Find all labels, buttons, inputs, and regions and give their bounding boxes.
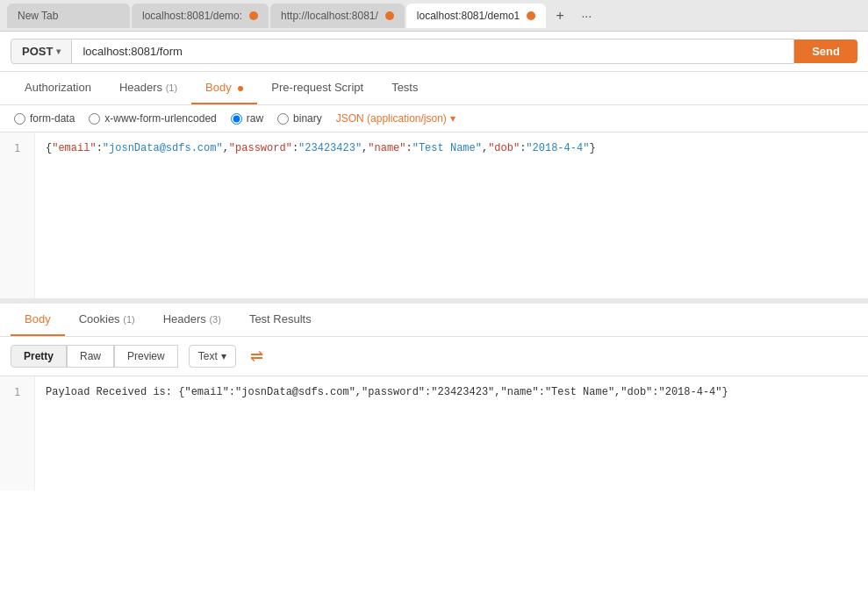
json-key-dob: "dob" [488, 140, 520, 157]
browser-tabs: New Tab localhost:8081/demo: http://loca… [0, 0, 868, 32]
json-colon: : [97, 140, 103, 157]
raw-label: raw [247, 112, 263, 125]
json-colon-2: : [292, 140, 298, 157]
tab-tests[interactable]: Tests [377, 72, 432, 104]
tab-authorization[interactable]: Authorization [11, 72, 105, 104]
url-input[interactable] [72, 39, 794, 64]
json-comma-3: , [482, 140, 488, 157]
resp-code-line-1: Payload Received is: {"email":"josnData@… [46, 383, 857, 401]
tab-loading-dot [249, 11, 258, 20]
body-active-dot [238, 86, 243, 91]
method-selector[interactable]: POST ▾ [11, 39, 72, 64]
urlencoded-label: x-www-form-urlencoded [104, 112, 216, 125]
resp-tab-test-results[interactable]: Test Results [235, 304, 326, 336]
response-code-content[interactable]: Payload Received is: {"email":"josnData@… [35, 376, 868, 490]
resp-tab-body-label: Body [25, 312, 51, 326]
tab-label: localhost:8081/demo: [142, 10, 242, 22]
form-data-label: form-data [30, 112, 75, 125]
json-colon-3: : [406, 140, 412, 157]
raw-view-button[interactable]: Raw [67, 345, 114, 368]
preview-view-button[interactable]: Preview [114, 345, 178, 368]
request-tabs: Authorization Headers (1) Body Pre-reque… [0, 72, 868, 105]
json-format-selector[interactable]: JSON (application/json) ▾ [336, 112, 456, 125]
json-comma-2: , [362, 140, 368, 157]
tab-loading-dot [527, 11, 535, 20]
json-close-brace: } [589, 140, 595, 157]
binary-option[interactable]: binary [277, 112, 322, 125]
method-label: POST [22, 45, 53, 58]
line-number: 1 [0, 140, 34, 157]
binary-label: binary [293, 112, 322, 125]
tab-headers[interactable]: Headers (1) [105, 72, 191, 104]
resp-code-text: Payload Received is: {"email":"josnData@… [46, 383, 728, 401]
json-format-label: JSON (application/json) [336, 112, 447, 125]
method-chevron-icon: ▾ [56, 47, 61, 56]
tab-active[interactable]: localhost:8081/demo1 [406, 4, 546, 28]
json-open-brace: { [46, 140, 52, 157]
json-key-email: "email" [52, 140, 96, 157]
tab-pre-request-script[interactable]: Pre-request Script [257, 72, 377, 104]
tab-body[interactable]: Body [191, 72, 257, 104]
tab-menu-button[interactable]: ··· [574, 4, 599, 28]
tab-label: Pre-request Script [271, 81, 363, 94]
cookies-badge: (1) [123, 314, 134, 325]
response-code-area: 1 Payload Received is: {"email":"josnDat… [0, 376, 868, 490]
resp-line-numbers: 1 [0, 376, 35, 490]
json-value-dob: "2018-4-4" [526, 140, 589, 157]
request-code-content[interactable]: {"email":"josnData@sdfs.com","password":… [35, 132, 868, 298]
json-comma-1: , [223, 140, 229, 157]
response-section: Body Cookies (1) Headers (3) Test Result… [0, 304, 868, 490]
tab-new-tab[interactable]: New Tab [7, 4, 130, 28]
json-colon-4: : [520, 140, 526, 157]
resp-tab-body[interactable]: Body [11, 304, 65, 336]
urlencoded-radio[interactable] [89, 113, 100, 125]
code-line-1: {"email":"josnData@sdfs.com","password":… [46, 140, 857, 157]
resp-tab-headers[interactable]: Headers (3) [149, 304, 235, 336]
raw-option[interactable]: raw [231, 112, 263, 125]
json-key-name: "name" [368, 140, 405, 157]
headers-badge: (1) [166, 82, 177, 93]
pretty-view-button[interactable]: Pretty [11, 345, 67, 368]
tab-label: Body [205, 81, 232, 94]
tab-localhost-demo1[interactable]: localhost:8081/demo: [132, 4, 269, 28]
resp-headers-badge: (3) [209, 314, 220, 325]
new-tab-button[interactable]: + [548, 4, 572, 28]
request-code-area: 1 {"email":"josnData@sdfs.com","password… [0, 132, 868, 304]
wrap-icon: ⇌ [250, 347, 263, 365]
tab-loading-dot [385, 11, 394, 20]
json-value-password: "23423423" [298, 140, 362, 157]
tab-label: http://localhost:8081/ [281, 10, 378, 22]
format-label: Text [198, 350, 218, 362]
response-toolbar: Pretty Raw Preview Text ▾ ⇌ [0, 337, 868, 376]
tab-label: Tests [391, 81, 418, 94]
resp-tab-headers-label: Headers [163, 312, 210, 326]
tab-label: Authorization [25, 81, 91, 94]
resp-tab-cookies[interactable]: Cookies (1) [65, 304, 149, 336]
send-button[interactable]: Send [794, 39, 857, 63]
tab-label: localhost:8081/demo1 [417, 10, 520, 22]
line-numbers: 1 [0, 132, 35, 298]
format-chevron-icon: ▾ [221, 350, 226, 362]
response-tabs: Body Cookies (1) Headers (3) Test Result… [0, 304, 868, 337]
resp-tab-test-results-label: Test Results [249, 312, 312, 326]
wrap-button[interactable]: ⇌ [243, 342, 270, 370]
json-value-name: "Test Name" [412, 140, 482, 157]
urlencoded-option[interactable]: x-www-form-urlencoded [89, 112, 216, 125]
json-key-password: "password" [229, 140, 292, 157]
tab-label: Headers [119, 81, 166, 94]
url-bar: POST ▾ Send [0, 32, 868, 72]
resp-tab-cookies-label: Cookies [79, 312, 124, 326]
tab-label: New Tab [18, 10, 119, 22]
raw-radio[interactable] [231, 113, 242, 125]
json-value-email: "josnData@sdfs.com" [103, 140, 223, 157]
binary-radio[interactable] [277, 113, 289, 125]
resp-line-number: 1 [0, 383, 34, 401]
format-selector[interactable]: Text ▾ [189, 345, 236, 368]
body-options: form-data x-www-form-urlencoded raw bina… [0, 105, 868, 132]
tab-http-localhost[interactable]: http://localhost:8081/ [270, 4, 405, 28]
form-data-radio[interactable] [14, 113, 25, 125]
json-format-chevron-icon: ▾ [450, 112, 456, 125]
form-data-option[interactable]: form-data [14, 112, 75, 125]
